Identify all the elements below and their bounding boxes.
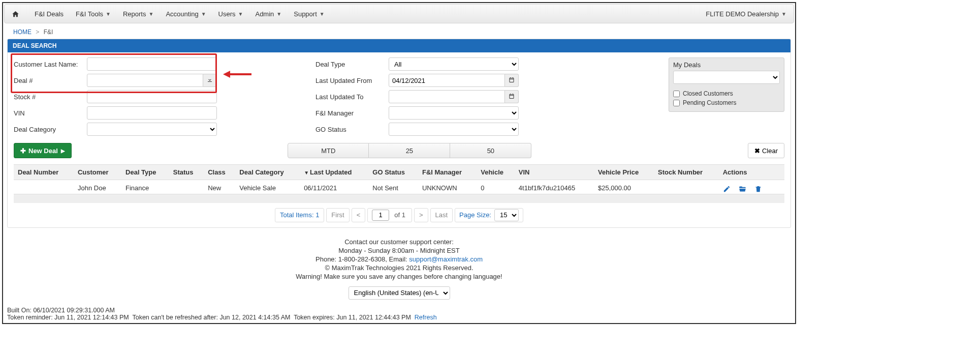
caret-down-icon: ▼ bbox=[238, 11, 243, 17]
table-header-row: Deal Number Customer Deal Type Status Cl… bbox=[14, 165, 784, 180]
my-deals-select[interactable] bbox=[673, 71, 780, 84]
footer: Contact our customer support center: Mon… bbox=[4, 231, 794, 304]
highlight-arrow bbox=[223, 71, 251, 78]
th-go-status[interactable]: GO Status bbox=[368, 165, 418, 180]
th-last-updated[interactable]: ▼Last Updated bbox=[300, 165, 368, 180]
download-icon bbox=[207, 77, 213, 84]
total-items: Total Items: 1 bbox=[275, 208, 324, 222]
th-fi-manager[interactable]: F&I Manager bbox=[418, 165, 477, 180]
stock-number-input[interactable] bbox=[87, 90, 217, 103]
first-page-button[interactable]: First bbox=[326, 208, 349, 222]
b25-button[interactable]: 25 bbox=[369, 143, 450, 158]
calendar-icon bbox=[509, 77, 515, 84]
nav-fi-tools[interactable]: F&I Tools▼ bbox=[70, 4, 117, 23]
customer-last-name-input[interactable] bbox=[87, 57, 217, 71]
caret-down-icon: ▼ bbox=[276, 11, 281, 17]
deal-type-select[interactable]: All bbox=[389, 57, 519, 71]
new-deal-button[interactable]: ✚ New Deal ▶ bbox=[14, 143, 72, 158]
date-from-picker[interactable] bbox=[505, 74, 519, 87]
deal-category-select[interactable] bbox=[87, 123, 217, 136]
customer-last-name-label: Customer Last Name: bbox=[14, 61, 87, 68]
closed-customers-checkbox[interactable] bbox=[673, 91, 680, 97]
sort-desc-icon: ▼ bbox=[304, 170, 309, 175]
closed-customers-label: Closed Customers bbox=[683, 90, 733, 97]
breadcrumb-home[interactable]: HOME bbox=[13, 28, 31, 36]
footer-warning: Warning! Make sure you save any changes … bbox=[4, 273, 794, 280]
breadcrumb-current: F&I bbox=[44, 28, 53, 36]
deal-import-button[interactable] bbox=[203, 74, 217, 87]
last-updated-to-input[interactable] bbox=[389, 90, 505, 103]
built-on: Built On: 06/10/2021 09:29:31.000 AM bbox=[7, 307, 791, 314]
top-navbar: F&I Deals F&I Tools▼ Reports▼ Accounting… bbox=[4, 4, 794, 23]
nav-reports[interactable]: Reports▼ bbox=[117, 4, 160, 23]
quick-filter-group: MTD 25 50 bbox=[288, 143, 531, 158]
deal-number-input[interactable] bbox=[87, 74, 203, 87]
last-updated-from-input[interactable] bbox=[389, 74, 505, 87]
th-vin[interactable]: VIN bbox=[515, 165, 594, 180]
page-input-group: of 1 bbox=[367, 208, 412, 222]
page-size-select[interactable]: 15 bbox=[494, 209, 519, 221]
token-info: Token reminder: Jun 11, 2021 12:14:43 PM… bbox=[7, 314, 791, 321]
page-number-input[interactable] bbox=[372, 210, 389, 221]
deal-category-label: Deal Category bbox=[14, 126, 87, 133]
th-deal-category[interactable]: Deal Category bbox=[235, 165, 300, 180]
stock-number-label: Stock # bbox=[14, 93, 87, 101]
th-status[interactable]: Status bbox=[169, 165, 204, 180]
footer-phone-line: Phone: 1-800-282-6308, Email: support@ma… bbox=[4, 255, 794, 263]
home-icon[interactable] bbox=[12, 9, 19, 18]
panel-title: DEAL SEARCH bbox=[8, 39, 791, 52]
fi-manager-select[interactable] bbox=[389, 106, 519, 120]
delete-icon[interactable] bbox=[754, 184, 762, 192]
th-vehicle[interactable]: Vehicle bbox=[477, 165, 515, 180]
chevron-right-icon: ▶ bbox=[61, 148, 65, 154]
caret-down-icon: ▼ bbox=[201, 11, 206, 17]
th-deal-type[interactable]: Deal Type bbox=[121, 165, 169, 180]
vin-input[interactable] bbox=[87, 106, 217, 120]
deal-search-panel: DEAL SEARCH Customer Last Name: Deal # bbox=[7, 39, 791, 228]
nav-users[interactable]: Users▼ bbox=[212, 4, 249, 23]
refresh-link[interactable]: Refresh bbox=[415, 314, 437, 321]
pagination: Total Items: 1 First < of 1 > Last Page … bbox=[14, 208, 784, 222]
th-vehicle-price[interactable]: Vehicle Price bbox=[594, 165, 654, 180]
pending-customers-label: Pending Customers bbox=[683, 99, 736, 106]
clear-button[interactable]: ✖ Clear bbox=[748, 143, 784, 158]
th-customer[interactable]: Customer bbox=[74, 165, 121, 180]
fi-manager-label: F&I Manager bbox=[315, 109, 389, 117]
next-page-button[interactable]: > bbox=[414, 208, 428, 222]
mtd-button[interactable]: MTD bbox=[288, 143, 369, 158]
support-email-link[interactable]: support@maximtrak.com bbox=[409, 255, 483, 263]
go-status-select[interactable] bbox=[389, 123, 519, 136]
footer-copyright: © MaximTrak Technologies 2021 Rights Res… bbox=[4, 264, 794, 272]
last-page-button[interactable]: Last bbox=[430, 208, 453, 222]
calendar-icon bbox=[509, 93, 515, 101]
search-col-middle: Deal Type All Last Updated From bbox=[315, 57, 519, 139]
deal-type-label: Deal Type bbox=[315, 61, 389, 68]
nav-accounting[interactable]: Accounting▼ bbox=[160, 4, 212, 23]
date-to-picker[interactable] bbox=[505, 90, 519, 103]
th-class[interactable]: Class bbox=[204, 165, 235, 180]
dealership-dropdown[interactable]: FLITE DEMO Dealership▼ bbox=[706, 10, 786, 18]
deal-number-label: Deal # bbox=[14, 77, 87, 84]
page-size-label: Page Size: bbox=[459, 211, 491, 219]
nav-support[interactable]: Support▼ bbox=[288, 4, 330, 23]
nav-fi-deals[interactable]: F&I Deals bbox=[28, 4, 70, 23]
th-stock-number[interactable]: Stock Number bbox=[654, 165, 719, 180]
edit-icon[interactable] bbox=[723, 184, 733, 192]
caret-down-icon: ▼ bbox=[106, 11, 111, 17]
th-actions: Actions bbox=[719, 165, 784, 180]
footer-contact-line: Contact our customer support center: bbox=[4, 238, 794, 246]
results-table: Deal Number Customer Deal Type Status Cl… bbox=[14, 164, 784, 197]
prev-page-button[interactable]: < bbox=[352, 208, 366, 222]
th-deal-number[interactable]: Deal Number bbox=[14, 165, 74, 180]
breadcrumb-separator: > bbox=[36, 28, 39, 36]
language-select[interactable]: English (United States) (en-US) bbox=[349, 286, 450, 300]
plus-icon: ✚ bbox=[20, 147, 26, 155]
close-icon: ✖ bbox=[754, 147, 760, 155]
open-folder-icon[interactable] bbox=[739, 184, 748, 192]
nav-admin[interactable]: Admin▼ bbox=[249, 4, 288, 23]
my-deals-box: My Deals Closed Customers Pending Custom… bbox=[669, 57, 784, 112]
footer-hours-line: Monday - Sunday 8:00am - Midnight EST bbox=[4, 247, 794, 254]
breadcrumb: HOME > F&I bbox=[4, 27, 794, 39]
b50-button[interactable]: 50 bbox=[450, 143, 531, 158]
pending-customers-checkbox[interactable] bbox=[673, 100, 680, 106]
